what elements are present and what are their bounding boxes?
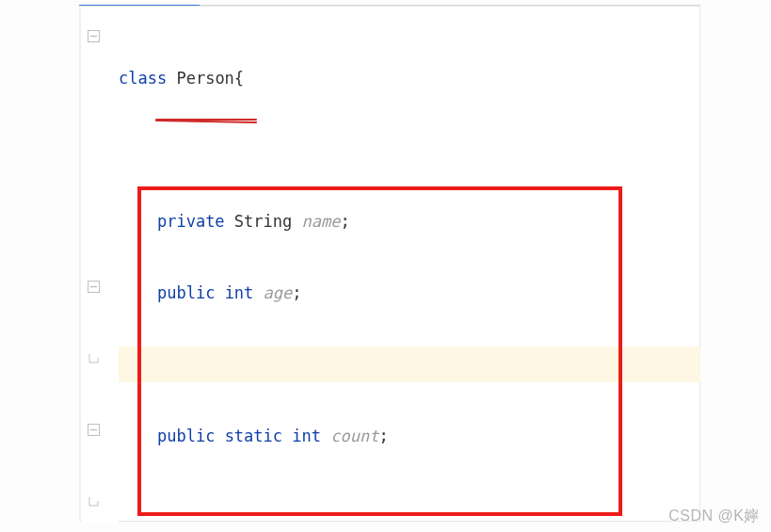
keyword-class: class xyxy=(119,69,167,88)
keyword-private: private xyxy=(157,212,225,231)
keyword-public: public xyxy=(157,283,215,302)
fold-minus-icon[interactable] xyxy=(88,30,101,43)
keyword-public: public xyxy=(157,427,215,445)
type-string: String xyxy=(234,212,292,231)
field-count: count xyxy=(330,427,378,445)
fold-minus-icon[interactable] xyxy=(88,281,101,294)
semicolon: ; xyxy=(292,283,301,302)
keyword-int: int xyxy=(292,427,321,445)
semicolon: ; xyxy=(340,212,349,231)
fold-end-icon[interactable] xyxy=(88,352,101,365)
field-age: age xyxy=(264,283,293,302)
keyword-int: int xyxy=(225,283,254,302)
class-name: Person xyxy=(176,69,233,88)
field-name: name xyxy=(302,212,341,231)
gutter xyxy=(81,9,119,523)
keyword-static: static xyxy=(225,427,282,445)
fold-end-icon[interactable] xyxy=(88,495,101,508)
watermark-text: CSDN @K嬣 xyxy=(668,507,760,526)
semicolon: ; xyxy=(378,427,388,445)
fold-minus-icon[interactable] xyxy=(88,424,101,437)
open-brace: { xyxy=(234,69,244,88)
